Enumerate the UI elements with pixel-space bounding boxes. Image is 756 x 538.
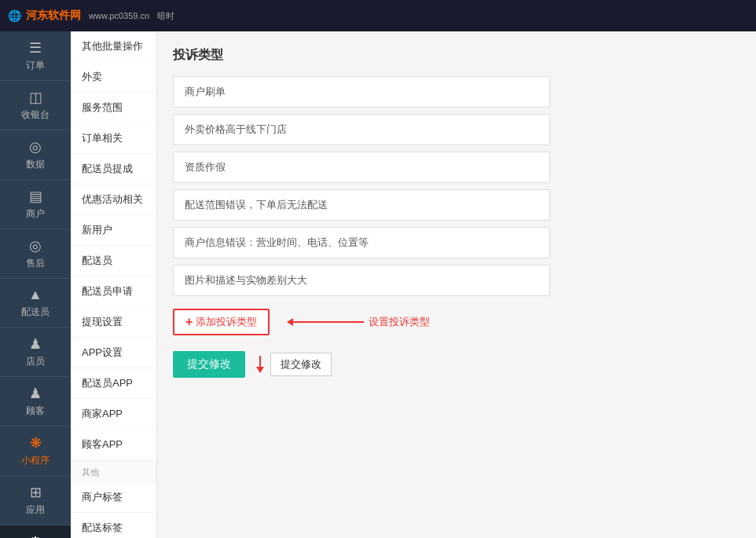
submit-label: 提交修改 [270,353,332,376]
sidebar-item-cashier[interactable]: ◫ 收银台 [0,81,71,130]
sidebar-label-delivery: 配送员 [21,306,50,319]
sidebar: ☰ 订单 ◫ 收银台 ◎ 数据 ▤ 商户 ◎ 售后 ▲ 配送员 ♟ 店员 ♟ 顾 [0,31,71,538]
sidebar-label-cashier: 收银台 [21,108,50,122]
sidebar-label-data: 数据 [26,158,45,171]
sidebar-item-customer[interactable]: ♟ 顾客 [0,377,71,426]
logo-icon: 🌐 [8,9,21,22]
main-layout: ☰ 订单 ◫ 收银台 ◎ 数据 ▤ 商户 ◎ 售后 ▲ 配送员 ♟ 店员 ♟ 顾 [0,31,756,538]
arrow-annotation: 设置投诉类型 [293,315,430,329]
logo: 🌐 河东软件网 [8,9,81,23]
sub-item-new-user[interactable]: 新用户 [71,215,156,246]
sidebar-label-staff: 店员 [26,355,45,368]
sidebar-item-miniapp[interactable]: ❋ 小程序 [0,426,71,476]
sub-item-takeout[interactable]: 外卖 [71,62,156,93]
add-btn-label: 添加投诉类型 [196,315,257,329]
sidebar-label-merchant: 商户 [26,207,45,221]
sidebar-label-apps: 应用 [26,503,45,517]
order-icon: ☰ [29,39,42,57]
sub-item-delivery[interactable]: 配送员 [71,246,156,276]
complaint-item-6: 图片和描述与实物差别大大 [173,265,550,296]
sub-item-app-settings[interactable]: APP设置 [71,338,156,368]
data-icon: ◎ [29,138,42,156]
sub-item-customer-app[interactable]: 顾客APP [71,430,156,460]
apps-icon: ⊞ [30,484,42,501]
submit-button[interactable]: 提交修改 [173,351,245,378]
delivery-icon: ▲ [28,287,42,303]
cashier-icon: ◫ [29,89,42,106]
sub-item-merchant-tag[interactable]: 商户标签 [71,482,156,513]
content-area: 投诉类型 商户刷单 外卖价格高于线下门店 资质作假 配送范围错误，下单后无法配送… [157,31,756,538]
down-arrow [256,356,264,373]
complaint-item-2: 外卖价格高于线下门店 [173,114,550,145]
sub-section-other: 其他 [71,460,156,482]
sidebar-item-staff[interactable]: ♟ 店员 [0,328,71,377]
arrow-label-text: 设置投诉类型 [369,315,430,329]
complaint-item-1: 商户刷单 [173,76,550,108]
sidebar-label-aftersale: 售后 [26,257,45,270]
sidebar-item-apps[interactable]: ⊞ 应用 [0,476,71,525]
aftersale-icon: ◎ [29,237,42,254]
sub-item-service-range[interactable]: 服务范围 [71,93,156,123]
sidebar-item-order[interactable]: ☰ 订单 [0,31,71,81]
submit-annotation: 提交修改 [256,353,332,376]
sidebar-item-aftersale[interactable]: ◎ 售后 [0,229,71,279]
complaint-item-3: 资质作假 [173,152,550,183]
sidebar-label-order: 订单 [26,59,45,72]
complaint-item-4: 配送范围错误，下单后无法配送 [173,189,550,221]
sub-item-merchant-app[interactable]: 商家APP [71,399,156,430]
sub-item-order-related[interactable]: 订单相关 [71,123,156,154]
sidebar-item-delivery[interactable]: ▲ 配送员 [0,279,71,328]
topbar-time: 暗时 [157,10,174,22]
complaint-list: 商户刷单 外卖价格高于线下门店 资质作假 配送范围错误，下单后无法配送 商户信息… [173,76,740,296]
sub-item-batch-ops[interactable]: 其他批量操作 [71,31,156,62]
topbar-site: www.pc0359.cn [89,11,149,20]
topbar: 🌐 河东软件网 www.pc0359.cn 暗时 [0,0,756,31]
plus-icon: + [185,315,193,329]
settings-icon: ⚙ [29,533,42,538]
sub-sidebar: 其他批量操作 外卖 服务范围 订单相关 配送员提成 优惠活动相关 新用户 配送员… [71,31,157,538]
complaint-item-5: 商户信息错误：营业时间、电话、位置等 [173,227,550,258]
staff-icon: ♟ [29,335,42,353]
submit-row: 提交修改 提交修改 [173,351,740,378]
sub-item-delivery-tip[interactable]: 配送员提成 [71,154,156,185]
merchant-icon: ▤ [29,188,42,205]
sub-item-delivery-tag[interactable]: 配送标签 [71,513,156,538]
arrow-line [293,321,364,323]
section-title: 投诉类型 [173,47,740,64]
sub-item-delivery-apply[interactable]: 配送员申请 [71,276,156,307]
sidebar-label-miniapp: 小程序 [21,454,50,467]
sidebar-item-data[interactable]: ◎ 数据 [0,130,71,180]
logo-text: 河东软件网 [26,9,81,23]
customer-icon: ♟ [29,385,42,402]
sub-item-promo[interactable]: 优惠活动相关 [71,185,156,215]
add-btn-row: + 添加投诉类型 设置投诉类型 [173,309,740,335]
sidebar-item-merchant[interactable]: ▤ 商户 [0,180,71,229]
sub-item-withdraw[interactable]: 提现设置 [71,307,156,338]
miniapp-icon: ❋ [30,434,42,452]
sidebar-label-customer: 顾客 [26,404,45,418]
sidebar-item-settings[interactable]: ⚙ 设置 [0,525,71,538]
sub-item-delivery-app[interactable]: 配送员APP [71,368,156,399]
add-complaint-type-button[interactable]: + 添加投诉类型 [173,309,270,335]
